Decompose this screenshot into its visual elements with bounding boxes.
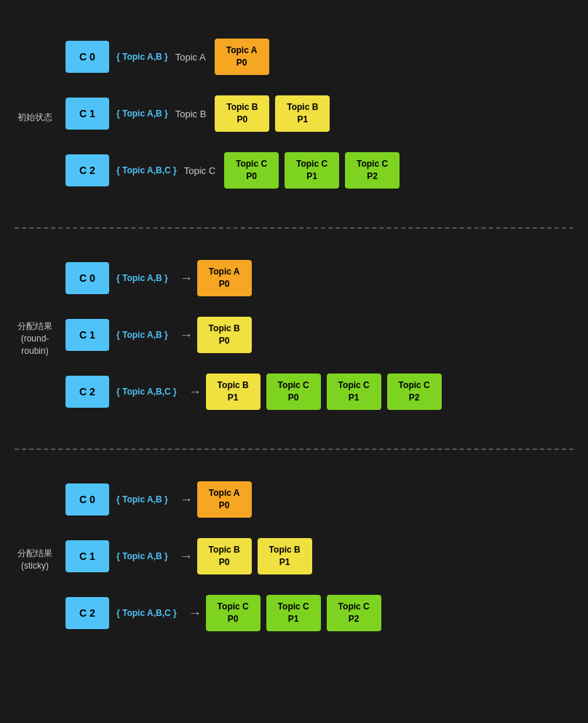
subscription-sticky-1: { Topic A,B } [116, 551, 168, 561]
partitions-initial-2: Topic C P0Topic C P1Topic C P2 [224, 152, 400, 189]
row-initial-2: C 2{ Topic A,B,C }Topic CTopic C P0Topic… [65, 149, 588, 192]
partitions-sticky-0: Topic A P0 [197, 481, 252, 518]
consumer-round-robin-2: C 2 [65, 376, 109, 408]
row-round-robin-2: C 2{ Topic A,B,C }→Topic B P1Topic C P0T… [65, 370, 588, 414]
arrow-round-robin-2: → [188, 384, 202, 400]
partition-initial-2-1: Topic C P1 [285, 152, 339, 189]
consumer-sticky-1: C 1 [65, 540, 109, 572]
consumer-sticky-0: C 0 [65, 483, 109, 515]
row-sticky-0: C 0{ Topic A,B }→Topic A P0 [65, 478, 588, 521]
row-initial-1: C 1{ Topic A,B }Topic BTopic B P0Topic B… [65, 92, 588, 135]
partition-sticky-0-0: Topic A P0 [197, 481, 252, 518]
subscription-initial-1: { Topic A,B } [116, 108, 168, 119]
consumer-sticky-2: C 2 [65, 597, 109, 629]
partitions-initial-1: Topic B P0Topic B P1 [215, 95, 330, 132]
subscription-round-robin-0: { Topic A,B } [116, 273, 168, 283]
partition-sticky-2-0: Topic C P0 [206, 595, 261, 631]
partition-initial-2-0: Topic C P0 [224, 152, 279, 189]
partitions-initial-0: Topic A P0 [215, 39, 269, 75]
partitions-sticky-1: Topic B P0Topic B P1 [197, 538, 312, 574]
section-sticky: 分配结果(sticky)C 0{ Topic A,B }→Topic A P0C… [0, 457, 588, 663]
consumer-initial-2: C 2 [65, 154, 109, 186]
partition-sticky-2-1: Topic C P1 [266, 595, 321, 631]
partition-sticky-1-0: Topic B P0 [197, 538, 252, 574]
arrow-round-robin-0: → [180, 271, 193, 286]
row-sticky-1: C 1{ Topic A,B }→Topic B P0Topic B P1 [65, 534, 588, 578]
partitions-round-robin-0: Topic A P0 [197, 260, 252, 296]
section-label-sticky: 分配结果(sticky) [13, 548, 57, 572]
consumer-round-robin-0: C 0 [65, 262, 109, 294]
topic-label-initial-1: Topic B [175, 108, 207, 119]
partitions-round-robin-2: Topic B P1Topic C P0Topic C P1Topic C P2 [206, 374, 442, 410]
section-label-initial: 初始状态 [13, 111, 57, 124]
consumer-initial-1: C 1 [65, 98, 109, 130]
subscription-initial-2: { Topic A,B,C } [116, 165, 177, 175]
section-initial: 初始状态C 0{ Topic A,B }Topic ATopic A P0C 1… [0, 15, 588, 220]
partition-round-robin-2-0: Topic B P1 [206, 374, 261, 410]
row-initial-0: C 0{ Topic A,B }Topic ATopic A P0 [65, 35, 588, 79]
arrow-sticky-1: → [180, 549, 193, 564]
arrow-round-robin-1: → [180, 328, 193, 343]
subscription-round-robin-1: { Topic A,B } [116, 330, 168, 340]
row-round-robin-0: C 0{ Topic A,B }→Topic A P0 [65, 256, 588, 300]
partition-round-robin-2-2: Topic C P1 [327, 374, 381, 410]
partition-initial-2-2: Topic C P2 [345, 152, 400, 189]
row-sticky-2: C 2{ Topic A,B,C }→Topic C P0Topic C P1T… [65, 591, 588, 635]
partition-round-robin-2-1: Topic C P0 [266, 374, 321, 410]
section-round-robin: 分配结果(round-roubin)C 0{ Topic A,B }→Topic… [0, 236, 588, 441]
section-label-round-robin: 分配结果(round-roubin) [13, 320, 57, 357]
topic-label-initial-2: Topic C [184, 165, 215, 176]
subscription-round-robin-2: { Topic A,B,C } [116, 387, 177, 397]
arrow-sticky-0: → [180, 492, 193, 507]
partition-initial-1-1: Topic B P1 [275, 95, 330, 132]
partition-sticky-2-2: Topic C P2 [327, 595, 381, 631]
partition-initial-1-0: Topic B P0 [215, 95, 269, 132]
subscription-sticky-2: { Topic A,B,C } [116, 608, 177, 618]
row-round-robin-1: C 1{ Topic A,B }→Topic B P0 [65, 313, 588, 357]
subscription-initial-0: { Topic A,B } [116, 52, 168, 62]
topic-label-initial-0: Topic A [175, 52, 206, 63]
arrow-sticky-2: → [188, 606, 202, 621]
partition-round-robin-0-0: Topic A P0 [197, 260, 252, 296]
partition-round-robin-2-3: Topic C P2 [387, 374, 442, 410]
partition-initial-0-0: Topic A P0 [215, 39, 269, 75]
consumer-initial-0: C 0 [65, 41, 109, 73]
consumer-round-robin-1: C 1 [65, 319, 109, 351]
diagram: 初始状态C 0{ Topic A,B }Topic ATopic A P0C 1… [0, 0, 588, 677]
partitions-sticky-2: Topic C P0Topic C P1Topic C P2 [206, 595, 381, 631]
subscription-sticky-0: { Topic A,B } [116, 494, 168, 505]
partition-round-robin-1-0: Topic B P0 [197, 317, 252, 353]
partition-sticky-1-1: Topic B P1 [258, 538, 312, 574]
partitions-round-robin-1: Topic B P0 [197, 317, 252, 353]
